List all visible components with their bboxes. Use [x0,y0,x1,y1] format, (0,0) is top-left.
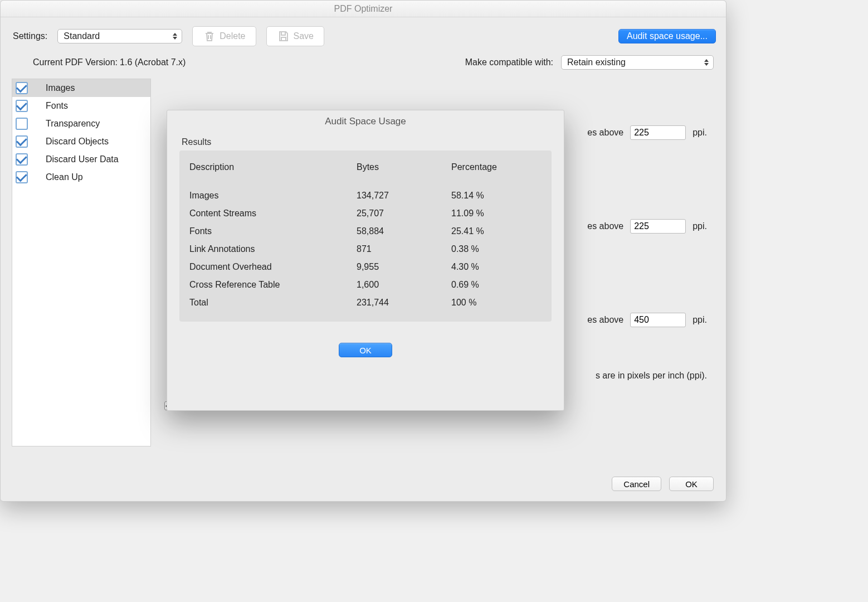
sidebar-checkbox[interactable] [16,118,28,130]
col-bytes: Bytes [357,162,451,172]
sidebar-item-discard-user-data[interactable]: Discard User Data [12,151,150,168]
window-title: PDF Optimizer [1,1,726,17]
category-sidebar: ImagesFontsTransparencyDiscard ObjectsDi… [12,79,151,446]
cell-desc: Cross Reference Table [189,280,357,290]
cell-desc: Total [189,298,357,308]
settings-label: Settings: [13,31,47,41]
cell-bytes: 871 [357,244,451,254]
settings-preset-value: Standard [64,31,100,41]
audit-dialog-title: Audit Space Usage [167,110,564,132]
table-header: Description Bytes Percentage [189,158,542,187]
sidebar-checkbox[interactable] [16,82,28,94]
cell-pct: 4.30 % [451,262,542,272]
ppi-row-suffix: es above [587,221,623,231]
cell-bytes: 25,707 [357,208,451,219]
sidebar-item-label: Discard User Data [46,154,119,164]
table-row: Cross Reference Table1,6000.69 % [189,276,542,294]
current-version-value: 1.6 (Acrobat 7.x) [120,57,186,67]
cell-bytes: 231,744 [357,298,451,308]
audit-ok-button[interactable]: OK [339,343,392,357]
ppi-note: s are in pixels per inch (ppi). [596,371,707,381]
sidebar-item-discard-objects[interactable]: Discard Objects [12,133,150,151]
sidebar-item-label: Fonts [46,101,68,111]
sidebar-item-label: Clean Up [46,172,83,182]
table-row: Images134,72758.14 % [189,187,542,205]
sidebar-checkbox[interactable] [16,153,28,166]
results-label: Results [167,132,564,151]
ppi-unit: ppi. [693,221,707,231]
compat-label: Make compatible with: [465,57,553,67]
ppi-row-3: es above ppi. [587,313,707,327]
cell-pct: 25.41 % [451,226,542,236]
ok-button[interactable]: OK [669,477,714,491]
toolbar: Settings: Standard Delete Save Audit spa… [1,17,726,53]
col-description: Description [189,162,357,172]
settings-preset-select[interactable]: Standard [57,29,182,43]
select-arrows-icon [172,31,178,41]
version-row: Current PDF Version: 1.6 (Acrobat 7.x) M… [1,53,726,79]
cell-pct: 100 % [451,298,542,308]
sidebar-item-label: Discard Objects [46,137,109,147]
delete-button[interactable]: Delete [192,26,256,46]
save-button[interactable]: Save [266,26,324,46]
cancel-button[interactable]: Cancel [612,477,661,491]
sidebar-item-label: Transparency [46,119,100,129]
cell-desc: Fonts [189,226,357,236]
cell-desc: Content Streams [189,208,357,219]
sidebar-checkbox[interactable] [16,171,28,183]
cell-desc: Link Annotations [189,244,357,254]
cell-pct: 0.69 % [451,280,542,290]
ppi-input-2[interactable] [630,219,686,234]
table-row: Content Streams25,70711.09 % [189,205,542,222]
cell-bytes: 1,600 [357,280,451,290]
sidebar-item-transparency[interactable]: Transparency [12,115,150,133]
sidebar-item-clean-up[interactable]: Clean Up [12,168,150,186]
audit-dialog-footer: OK [167,343,564,357]
ppi-input-1[interactable] [630,125,686,140]
table-row: Document Overhead9,9554.30 % [189,258,542,276]
cell-desc: Images [189,191,357,201]
ppi-unit: ppi. [693,128,707,138]
sidebar-item-images[interactable]: Images [12,79,150,97]
cell-desc: Document Overhead [189,262,357,272]
dialog-footer: Cancel OK [612,477,714,491]
select-arrows-icon [703,57,710,67]
sidebar-checkbox[interactable] [16,100,28,112]
sidebar-item-fonts[interactable]: Fonts [12,97,150,115]
cell-pct: 0.38 % [451,244,542,254]
save-icon [277,30,290,43]
cell-bytes: 9,955 [357,262,451,272]
table-row: Link Annotations8710.38 % [189,240,542,258]
cell-bytes: 58,884 [357,226,451,236]
ppi-row-2: es above ppi. [587,219,707,234]
table-row: Fonts58,88425.41 % [189,222,542,240]
compat-select[interactable]: Retain existing [561,55,714,70]
table-row: Total231,744100 % [189,294,542,312]
col-percentage: Percentage [451,162,542,172]
save-label: Save [294,31,314,41]
cell-pct: 11.09 % [451,208,542,219]
ppi-row-suffix: es above [587,128,623,138]
audit-space-usage-button[interactable]: Audit space usage... [618,29,716,43]
sidebar-checkbox[interactable] [16,135,28,148]
trash-icon [203,30,216,43]
ppi-row-suffix: es above [587,315,623,325]
ppi-input-3[interactable] [630,313,686,327]
ppi-row-1: es above ppi. [587,125,707,140]
results-table: Description Bytes Percentage Images134,7… [179,151,552,322]
cell-pct: 58.14 % [451,191,542,201]
delete-label: Delete [220,31,245,41]
compat-value: Retain existing [567,57,626,67]
audit-space-usage-dialog: Audit Space Usage Results Description By… [167,110,564,411]
pdf-optimizer-window: PDF Optimizer Settings: Standard Delete … [0,0,726,502]
ppi-unit: ppi. [693,315,707,325]
sidebar-item-label: Images [46,83,75,93]
cell-bytes: 134,727 [357,191,451,201]
current-version-label: Current PDF Version: [33,57,118,67]
